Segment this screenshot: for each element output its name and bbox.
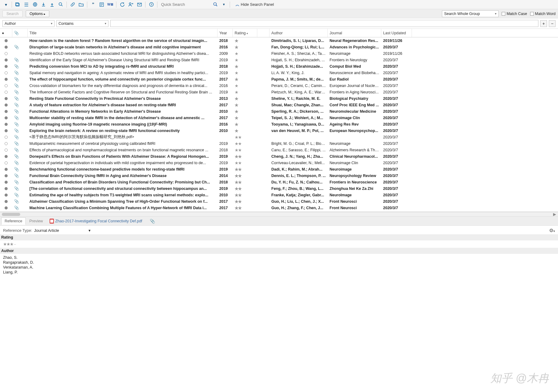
link-icon[interactable]: [69, 1, 77, 8]
table-row[interactable]: How random is the random forest ? Random…: [0, 37, 558, 44]
journal-cell: Neuroimage Clin: [328, 161, 381, 165]
dropdown-icon[interactable]: ▾: [2, 1, 10, 8]
table-row[interactable]: 📎Machine Learning Classification Combini…: [0, 205, 558, 211]
quote-icon[interactable]: ”: [89, 1, 97, 8]
search-button[interactable]: Search: [2, 10, 23, 17]
help-icon[interactable]: ?: [147, 1, 155, 8]
year-cell: 2019: [217, 58, 233, 62]
table-row[interactable]: 📎Benchmarking functional connectome-base…: [0, 166, 558, 172]
table-row[interactable]: 📎Alzheimer Classification Using a Minimu…: [0, 198, 558, 205]
search-dropdown-icon[interactable]: ▼: [220, 1, 228, 8]
rating-stars[interactable]: ★★★ · ·: [3, 242, 555, 247]
table-row[interactable]: 📎Donepezil's Effects on Brain Functions …: [0, 153, 558, 160]
table-row[interactable]: 📎Identification of the Early Stage of Al…: [0, 57, 558, 63]
table-row[interactable]: 📎The Influence of Genetic Factors and Co…: [0, 89, 558, 95]
search-scope-select[interactable]: Search Whole Group▾: [442, 10, 499, 17]
updated-cell: 2020/3/7: [381, 116, 412, 120]
col-journal[interactable]: Journal: [328, 29, 381, 37]
rating-cell: ★★: [233, 141, 257, 146]
find-icon[interactable]: [57, 1, 65, 8]
updated-cell: 2019/11/26: [381, 39, 412, 43]
match-word-checkbox[interactable]: Match Word: [530, 12, 556, 16]
table-row[interactable]: Resting-state BOLD networks versus task-…: [0, 50, 558, 57]
updated-cell: 2020/3/7: [381, 77, 412, 81]
table-row[interactable]: 📎Exploring the brain network: A review o…: [0, 127, 558, 134]
attachment-cell: 📎: [12, 109, 28, 114]
year-cell: 2014: [217, 174, 233, 178]
sync-icon[interactable]: [118, 1, 126, 8]
title-cell: Evidence of parietal hyperactivation in …: [28, 161, 217, 165]
attachment-cell: 📎: [12, 103, 28, 107]
hide-search-panel-button[interactable]: ︽ Hide Search Panel: [236, 2, 274, 7]
attachment-cell: 📎: [12, 64, 28, 69]
col-rating[interactable]: Rating ▴: [233, 29, 257, 37]
attach-file-icon[interactable]: 📎: [148, 217, 156, 225]
rating-cell: ★★: [233, 205, 257, 210]
col-attachment[interactable]: 📎: [12, 29, 28, 37]
search-icon[interactable]: [211, 1, 219, 8]
table-row[interactable]: 📎Amyloid imaging using fluorine-19 magne…: [0, 121, 558, 127]
tab-reference[interactable]: Reference: [1, 217, 26, 225]
table-row[interactable]: 📎Predicting conversion from MCI to AD by…: [0, 63, 558, 70]
mail-icon[interactable]: [135, 1, 143, 8]
table-row[interactable]: 📎Evidence of parietal hyperactivation in…: [0, 160, 558, 166]
col-author[interactable]: Author: [270, 29, 328, 37]
svg-point-5: [129, 3, 131, 5]
read-dot: [0, 161, 12, 164]
reference-type-dropdown[interactable]: ▾: [89, 228, 91, 233]
table-row[interactable]: 📎Functional Brain Connectivity Using fMR…: [0, 172, 558, 179]
table-row[interactable]: 📎Spatial memory and navigation in ageing…: [0, 70, 558, 76]
remove-filter-button[interactable]: −: [549, 20, 556, 27]
attachment-cell: 📎: [12, 180, 28, 184]
download-icon[interactable]: [40, 1, 47, 8]
word-export-icon[interactable]: W≣: [106, 1, 114, 8]
table-row[interactable]: 📎Classification and Prediction of Brain …: [0, 179, 558, 185]
table-row[interactable]: 📎Effects of pharmacological and nonpharm…: [0, 147, 558, 153]
col-read[interactable]: ●: [0, 29, 12, 37]
table-row[interactable]: 📎Cross-validation of biomarkers for the …: [0, 82, 558, 89]
chevron-down-icon: ▾: [51, 22, 52, 25]
separator: [87, 2, 87, 8]
globe-icon[interactable]: [31, 1, 39, 8]
add-filter-button[interactable]: +: [540, 20, 547, 27]
filter-op-select[interactable]: Contains▾: [56, 20, 108, 27]
folder-open-icon[interactable]: [77, 1, 85, 8]
table-row[interactable]: 📎Multiparametric measurement of cerebral…: [0, 140, 558, 147]
table-row[interactable]: 📎A study of feature extraction for Alzhe…: [0, 102, 558, 108]
table-row[interactable]: 📎Estimating the age of healthy subjects …: [0, 192, 558, 198]
folder-copy-icon[interactable]: [14, 1, 22, 8]
updated-cell: 2020/3/7: [381, 167, 412, 172]
tab-pdf-file[interactable]: Zhao-2017-Investigating Focal Connectivi…: [47, 217, 145, 225]
match-case-checkbox[interactable]: Match Case: [502, 12, 527, 16]
table-row[interactable]: 📎The effect of hippocampal function, vol…: [0, 76, 558, 82]
attachment-cell: 📎: [12, 58, 28, 62]
list-icon[interactable]: [22, 1, 30, 8]
table-row[interactable]: 📎[The correlation of functional connecti…: [0, 185, 558, 192]
author-cell: Corriveau-Lecavalier, N.; Mell...: [270, 161, 328, 165]
note-icon[interactable]: [98, 1, 106, 8]
filter-value-input[interactable]: [110, 20, 538, 27]
journal-cell: Frontiers in Neuroscience: [328, 180, 381, 184]
filter-field-select[interactable]: Author▾: [2, 20, 55, 27]
col-updated[interactable]: Last Updated: [381, 29, 412, 37]
quick-search-input[interactable]: [161, 2, 201, 7]
upload-icon[interactable]: [48, 1, 56, 8]
table-row[interactable]: 📎Resting State Functional Connectivity i…: [0, 95, 558, 102]
col-year[interactable]: Year: [217, 29, 233, 37]
table-row[interactable]: 📎Functional Alterations in Memory Networ…: [0, 108, 558, 115]
scrollbar-thumb[interactable]: [2, 213, 20, 216]
options-button[interactable]: Options ▸: [26, 10, 50, 17]
attachment-cell: 📎: [12, 90, 28, 94]
table-row[interactable]: 📎<基于静息态fMRI的阿尔茨海默病低频振幅研究_刘艳秋.pdf>★★2020/…: [0, 134, 558, 140]
horizontal-scrollbar[interactable]: ▶: [0, 212, 558, 217]
gear-icon[interactable]: ⚙▾: [549, 228, 555, 233]
scroll-right-icon[interactable]: ▶: [551, 212, 558, 217]
reference-list[interactable]: ● 📎 Title Year Rating ▴ Author Journal L…: [0, 29, 558, 212]
col-title[interactable]: Title: [28, 29, 217, 37]
table-row[interactable]: 📎Multicenter stability of resting state …: [0, 115, 558, 121]
title-cell: How random is the random forest ? Random…: [28, 39, 217, 43]
tab-preview[interactable]: Preview: [26, 218, 46, 224]
add-user-icon[interactable]: [127, 1, 135, 8]
table-row[interactable]: 📎Disruption of large-scale brain network…: [0, 44, 558, 50]
attachment-cell: 📎: [12, 45, 28, 49]
